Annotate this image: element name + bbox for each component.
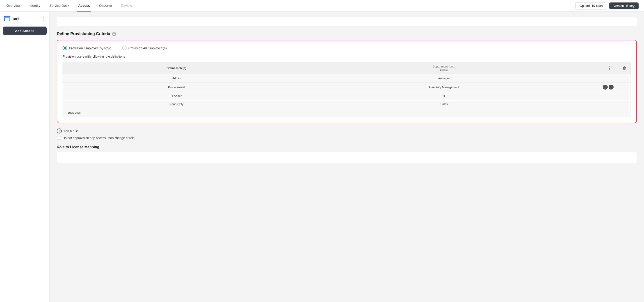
add-access-button[interactable]: Add Access	[3, 26, 47, 35]
dept-cell: IT	[290, 92, 598, 100]
nav-tabs: Overview Identity Service Desk Access Ob…	[6, 0, 133, 11]
main-content: Define Provisioning Criteria ? Provision…	[50, 12, 644, 302]
table-header-row: Define Role(s) Department (de… Equals ⋮	[63, 62, 631, 74]
upload-hr-data-button[interactable]: Upload HR Data	[576, 2, 607, 9]
delete-cell	[618, 74, 631, 82]
role-cell: Admin	[63, 74, 290, 82]
tab-identity[interactable]: Identity	[28, 0, 41, 11]
sidebar: Torii ⋮ Add Access	[0, 12, 50, 302]
tab-access[interactable]: Access	[77, 0, 91, 11]
col-delete-header: 🗑	[618, 62, 631, 74]
delete-cell	[618, 100, 631, 108]
rules-table: Define Role(s) Department (de… Equals ⋮	[63, 62, 631, 108]
col-define-roles-header: Define Role(s)	[63, 62, 290, 74]
help-icon[interactable]: ?	[112, 32, 116, 36]
dept-cell: Sales	[290, 100, 598, 108]
svg-rect-0	[4, 16, 5, 21]
svg-rect-2	[4, 16, 10, 17]
radio-all-employees[interactable]: Provision All Employee(s)	[122, 46, 167, 50]
actions-cell: − +	[598, 82, 618, 92]
add-rule-label: Add a rule	[64, 129, 78, 133]
rules-table-container: Define Role(s) Department (de… Equals ⋮	[63, 62, 631, 117]
criteria-box: Provision Employee by Role Provision All…	[57, 40, 637, 123]
delete-cell	[618, 82, 631, 92]
delete-column-icon[interactable]: 🗑	[622, 66, 626, 70]
add-row-button[interactable]: +	[608, 85, 614, 90]
torii-logo-icon	[4, 15, 10, 22]
remove-row-button[interactable]: −	[603, 85, 608, 90]
radio-circle-by-role	[63, 46, 67, 50]
deprovision-label: Do not deprovision app access upon chang…	[63, 136, 134, 140]
col-actions-header: ⋮	[598, 62, 618, 74]
column-options-icon[interactable]: ⋮	[608, 66, 612, 71]
provision-subtitle: Provision users with following rule defi…	[63, 55, 631, 58]
svg-rect-1	[9, 16, 10, 21]
radio-group: Provision Employee by Role Provision All…	[63, 46, 631, 50]
delete-cell	[618, 92, 631, 100]
role-cell: Procurement	[63, 82, 290, 92]
add-rule-row[interactable]: + Add a rule	[57, 129, 637, 134]
top-strip	[57, 17, 637, 26]
brand-name: Torii	[12, 17, 19, 21]
actions-cell	[598, 100, 618, 108]
section-title: Define Provisioning Criteria ?	[57, 31, 637, 36]
version-history-button[interactable]: Version History	[609, 2, 638, 9]
tab-review[interactable]: Review	[120, 0, 133, 11]
checkbox-row: Do not deprovision app access upon chang…	[57, 136, 637, 140]
bottom-strip	[57, 152, 637, 163]
col-department-header: Department (de… Equals	[290, 62, 598, 74]
radio-by-role[interactable]: Provision Employee by Role	[63, 46, 111, 50]
role-cell: Read-Only	[63, 100, 290, 108]
table-row: Read-Only Sales	[63, 100, 631, 108]
deprovision-checkbox[interactable]	[57, 136, 60, 140]
svg-rect-3	[4, 17, 10, 18]
actions-cell	[598, 92, 618, 100]
show-less-link[interactable]: Show Less	[67, 111, 81, 114]
role-license-title: Role to License Mapping	[57, 145, 637, 149]
tab-service-desk[interactable]: Service Desk	[48, 0, 70, 11]
actions-cell	[598, 74, 618, 82]
nav-actions: Upload HR Data Version History	[576, 2, 638, 9]
top-navigation: Overview Identity Service Desk Access Ob…	[0, 0, 644, 12]
sidebar-menu-icon[interactable]: ⋮	[42, 16, 46, 21]
table-row: IT Admin IT	[63, 92, 631, 100]
tab-overview[interactable]: Overview	[6, 0, 22, 11]
brand: Torii	[4, 15, 19, 22]
dept-cell: Inventory Management	[290, 82, 598, 92]
show-less-container: Show Less	[63, 108, 631, 117]
table-row: Admin manager	[63, 74, 631, 82]
table-row: Procurement Inventory Management − +	[63, 82, 631, 92]
add-rule-icon: +	[57, 129, 62, 134]
role-cell: IT Admin	[63, 92, 290, 100]
tab-observe[interactable]: Observe	[98, 0, 113, 11]
radio-circle-all	[122, 46, 127, 50]
sidebar-header: Torii ⋮	[3, 15, 47, 22]
dept-cell: manager	[290, 74, 598, 82]
radio-inner-by-role	[64, 47, 66, 49]
